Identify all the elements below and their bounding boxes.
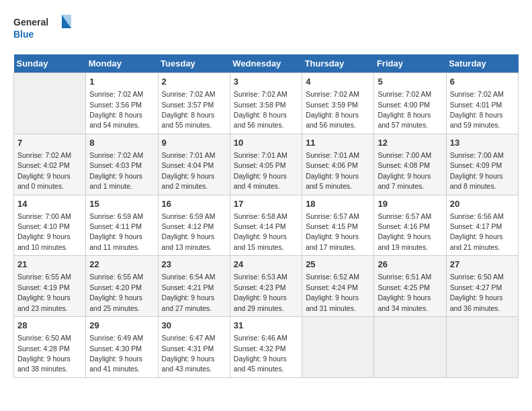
- calendar-week-row: 21 Sunrise: 6:55 AMSunset: 4:19 PMDaylig…: [14, 256, 519, 317]
- day-info: Sunrise: 6:59 AMSunset: 4:12 PMDaylight:…: [162, 212, 216, 251]
- weekday-header-wednesday: Wednesday: [230, 54, 302, 73]
- day-info: Sunrise: 7:02 AMSunset: 4:03 PMDaylight:…: [89, 151, 143, 190]
- day-info: Sunrise: 7:02 AMSunset: 4:00 PMDaylight:…: [378, 90, 431, 129]
- calendar-cell: 29 Sunrise: 6:49 AMSunset: 4:30 PMDaylig…: [86, 317, 158, 378]
- calendar-cell: 12 Sunrise: 7:00 AMSunset: 4:08 PMDaylig…: [374, 134, 446, 195]
- svg-text:Blue: Blue: [13, 29, 34, 40]
- calendar-cell: 17 Sunrise: 6:58 AMSunset: 4:14 PMDaylig…: [230, 195, 302, 256]
- day-info: Sunrise: 7:01 AMSunset: 4:04 PMDaylight:…: [162, 151, 216, 190]
- calendar-cell: 22 Sunrise: 6:55 AMSunset: 4:20 PMDaylig…: [86, 256, 158, 317]
- calendar-cell: [446, 317, 518, 378]
- day-number: 30: [162, 320, 226, 332]
- day-info: Sunrise: 6:56 AMSunset: 4:17 PMDaylight:…: [450, 212, 504, 251]
- calendar-cell: 14 Sunrise: 7:00 AMSunset: 4:10 PMDaylig…: [14, 195, 86, 256]
- calendar-cell: 2 Sunrise: 7:02 AMSunset: 3:57 PMDayligh…: [158, 73, 230, 134]
- logo: General Blue: [13, 13, 74, 44]
- day-number: 25: [306, 259, 370, 271]
- day-number: 13: [450, 137, 515, 149]
- calendar-cell: 9 Sunrise: 7:01 AMSunset: 4:04 PMDayligh…: [158, 134, 230, 195]
- calendar-cell: 11 Sunrise: 7:01 AMSunset: 4:06 PMDaylig…: [302, 134, 374, 195]
- day-number: 19: [378, 198, 442, 210]
- day-info: Sunrise: 6:57 AMSunset: 4:15 PMDaylight:…: [306, 212, 359, 251]
- calendar-cell: 5 Sunrise: 7:02 AMSunset: 4:00 PMDayligh…: [374, 73, 446, 134]
- calendar-cell: 30 Sunrise: 6:47 AMSunset: 4:31 PMDaylig…: [158, 317, 230, 378]
- calendar-cell: 16 Sunrise: 6:59 AMSunset: 4:12 PMDaylig…: [158, 195, 230, 256]
- day-number: 17: [234, 198, 298, 210]
- day-info: Sunrise: 7:00 AMSunset: 4:10 PMDaylight:…: [17, 212, 71, 251]
- calendar-cell: [374, 317, 446, 378]
- calendar-cell: 8 Sunrise: 7:02 AMSunset: 4:03 PMDayligh…: [86, 134, 158, 195]
- day-number: 7: [17, 137, 82, 149]
- calendar-cell: 13 Sunrise: 7:00 AMSunset: 4:09 PMDaylig…: [446, 134, 518, 195]
- day-number: 16: [162, 198, 226, 210]
- day-info: Sunrise: 6:52 AMSunset: 4:24 PMDaylight:…: [306, 273, 359, 312]
- day-info: Sunrise: 7:00 AMSunset: 4:09 PMDaylight:…: [450, 151, 504, 190]
- day-info: Sunrise: 7:01 AMSunset: 4:05 PMDaylight:…: [234, 151, 287, 190]
- calendar-cell: 25 Sunrise: 6:52 AMSunset: 4:24 PMDaylig…: [302, 256, 374, 317]
- calendar-cell: 20 Sunrise: 6:56 AMSunset: 4:17 PMDaylig…: [446, 195, 518, 256]
- day-info: Sunrise: 6:50 AMSunset: 4:28 PMDaylight:…: [17, 334, 71, 373]
- day-info: Sunrise: 6:58 AMSunset: 4:14 PMDaylight:…: [234, 212, 287, 251]
- day-number: 23: [162, 259, 226, 271]
- calendar-cell: 23 Sunrise: 6:54 AMSunset: 4:21 PMDaylig…: [158, 256, 230, 317]
- calendar-cell: [14, 73, 86, 134]
- day-number: 3: [234, 76, 298, 88]
- weekday-header-thursday: Thursday: [302, 54, 374, 73]
- calendar-cell: 24 Sunrise: 6:53 AMSunset: 4:23 PMDaylig…: [230, 256, 302, 317]
- day-number: 15: [89, 198, 154, 210]
- day-info: Sunrise: 6:57 AMSunset: 4:16 PMDaylight:…: [378, 212, 431, 251]
- calendar-week-row: 14 Sunrise: 7:00 AMSunset: 4:10 PMDaylig…: [14, 195, 519, 256]
- day-number: 11: [306, 137, 370, 149]
- calendar-cell: 3 Sunrise: 7:02 AMSunset: 3:58 PMDayligh…: [230, 73, 302, 134]
- day-info: Sunrise: 6:55 AMSunset: 4:19 PMDaylight:…: [17, 273, 71, 312]
- weekday-header-row: SundayMondayTuesdayWednesdayThursdayFrid…: [14, 54, 519, 73]
- calendar-cell: 21 Sunrise: 6:55 AMSunset: 4:19 PMDaylig…: [14, 256, 86, 317]
- day-info: Sunrise: 7:02 AMSunset: 4:02 PMDaylight:…: [17, 151, 71, 190]
- day-number: 5: [378, 76, 442, 88]
- day-number: 28: [17, 320, 82, 332]
- calendar-cell: 18 Sunrise: 6:57 AMSunset: 4:15 PMDaylig…: [302, 195, 374, 256]
- calendar-cell: 31 Sunrise: 6:46 AMSunset: 4:32 PMDaylig…: [230, 317, 302, 378]
- day-number: 29: [89, 320, 154, 332]
- day-number: 14: [17, 198, 82, 210]
- day-info: Sunrise: 6:49 AMSunset: 4:30 PMDaylight:…: [89, 334, 143, 373]
- calendar-cell: 7 Sunrise: 7:02 AMSunset: 4:02 PMDayligh…: [14, 134, 86, 195]
- day-number: 26: [378, 259, 442, 271]
- calendar-week-row: 28 Sunrise: 6:50 AMSunset: 4:28 PMDaylig…: [14, 317, 519, 378]
- header: General Blue: [13, 13, 519, 44]
- day-info: Sunrise: 7:02 AMSunset: 3:56 PMDaylight:…: [89, 90, 143, 129]
- calendar-week-row: 1 Sunrise: 7:02 AMSunset: 3:56 PMDayligh…: [14, 73, 519, 134]
- calendar-cell: 4 Sunrise: 7:02 AMSunset: 3:59 PMDayligh…: [302, 73, 374, 134]
- day-info: Sunrise: 6:46 AMSunset: 4:32 PMDaylight:…: [234, 334, 287, 373]
- day-info: Sunrise: 6:59 AMSunset: 4:11 PMDaylight:…: [89, 212, 143, 251]
- day-number: 8: [89, 137, 154, 149]
- calendar-cell: 28 Sunrise: 6:50 AMSunset: 4:28 PMDaylig…: [14, 317, 86, 378]
- day-number: 24: [234, 259, 298, 271]
- day-number: 31: [234, 320, 298, 332]
- day-info: Sunrise: 7:02 AMSunset: 4:01 PMDaylight:…: [450, 90, 504, 129]
- logo-svg: General Blue: [13, 13, 74, 44]
- calendar-cell: 6 Sunrise: 7:02 AMSunset: 4:01 PMDayligh…: [446, 73, 518, 134]
- day-info: Sunrise: 7:02 AMSunset: 3:57 PMDaylight:…: [162, 90, 216, 129]
- calendar-cell: 15 Sunrise: 6:59 AMSunset: 4:11 PMDaylig…: [86, 195, 158, 256]
- weekday-header-tuesday: Tuesday: [158, 54, 230, 73]
- weekday-header-monday: Monday: [86, 54, 158, 73]
- calendar-cell: [302, 317, 374, 378]
- calendar-table: SundayMondayTuesdayWednesdayThursdayFrid…: [13, 54, 519, 378]
- day-info: Sunrise: 7:02 AMSunset: 3:58 PMDaylight:…: [234, 90, 287, 129]
- day-info: Sunrise: 6:51 AMSunset: 4:25 PMDaylight:…: [378, 273, 431, 312]
- day-number: 6: [450, 76, 515, 88]
- day-number: 20: [450, 198, 515, 210]
- day-number: 22: [89, 259, 154, 271]
- calendar-week-row: 7 Sunrise: 7:02 AMSunset: 4:02 PMDayligh…: [14, 134, 519, 195]
- day-number: 12: [378, 137, 442, 149]
- calendar-cell: 27 Sunrise: 6:50 AMSunset: 4:27 PMDaylig…: [446, 256, 518, 317]
- svg-text:General: General: [13, 17, 48, 28]
- day-number: 4: [306, 76, 370, 88]
- day-number: 10: [234, 137, 298, 149]
- day-info: Sunrise: 7:02 AMSunset: 3:59 PMDaylight:…: [306, 90, 359, 129]
- day-number: 18: [306, 198, 370, 210]
- day-number: 2: [162, 76, 226, 88]
- day-info: Sunrise: 6:53 AMSunset: 4:23 PMDaylight:…: [234, 273, 287, 312]
- calendar-cell: 10 Sunrise: 7:01 AMSunset: 4:05 PMDaylig…: [230, 134, 302, 195]
